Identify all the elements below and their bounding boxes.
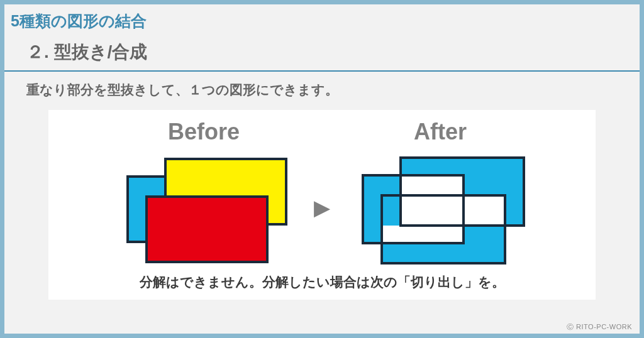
after-stage [349, 151, 531, 264]
after-composite-svg [349, 151, 531, 264]
svg-rect-5 [382, 226, 464, 243]
section-title: ２. 型抜き/合成 [4, 31, 640, 72]
watermark: Ⓒ RITO-PC-WORK [567, 322, 632, 332]
before-column: Before [113, 119, 295, 264]
arrow-icon: ▶ [314, 195, 330, 220]
before-shape-red [145, 195, 269, 263]
page-title: 5種類の図形の結合 [4, 4, 640, 31]
svg-rect-3 [401, 175, 464, 195]
diagram-panel: Before ▶ After [48, 110, 596, 300]
after-column: After [349, 119, 531, 264]
svg-rect-4 [401, 195, 505, 226]
before-label: Before [168, 119, 240, 145]
section-description: 重なり部分を型抜きして、１つの図形にできます。 [4, 72, 640, 99]
before-stage [113, 151, 295, 264]
diagram-row: Before ▶ After [61, 119, 583, 264]
after-label: After [414, 119, 467, 145]
diagram-caption: 分解はできません。分解したい場合は次の「切り出し」を。 [61, 264, 583, 291]
